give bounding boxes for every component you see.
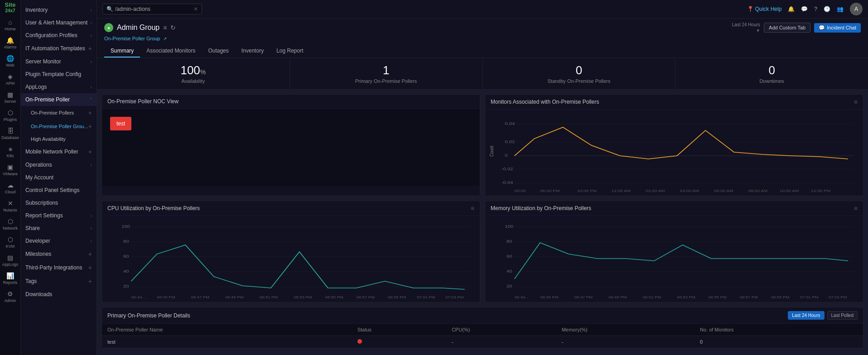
sidebar-item-on-premise-pollers[interactable]: On-Premise Pollers + xyxy=(21,106,96,120)
tab-outages[interactable]: Outages xyxy=(202,45,235,58)
nav-network[interactable]: ⬡ Network xyxy=(0,215,20,233)
sidebar-item-control-panel[interactable]: Control Panel Settings xyxy=(21,184,96,197)
chevron-down-icon: ˅ xyxy=(90,97,92,102)
refresh-icon[interactable]: ↻ xyxy=(170,24,176,31)
vmware-icon: ▣ xyxy=(7,163,13,171)
time-range-dropdown-icon[interactable]: ▼ xyxy=(756,28,760,33)
nav-admin[interactable]: ⚙ Admin xyxy=(0,288,20,306)
stats-row: 100% Availability 1 Primary On-Premise P… xyxy=(97,58,868,90)
svg-text:07:01 PM: 07:01 PM xyxy=(417,295,435,299)
incident-chat-button[interactable]: 💬 Incident Chat xyxy=(814,23,861,33)
network-icon: ⬡ xyxy=(8,218,13,225)
sidebar-item-high-availability[interactable]: High Availability xyxy=(21,133,96,145)
sidebar-item-applogs[interactable]: AppLogs › xyxy=(21,81,96,93)
cpu-chart-menu-icon[interactable]: ≡ xyxy=(471,205,474,212)
sidebar-item-tags[interactable]: Tags + xyxy=(21,274,96,288)
cpu-chart: 100 80 60 40 20 06:43... 06:45 PM 06:4 xyxy=(106,218,476,302)
sidebar-item-downloads[interactable]: Downloads xyxy=(21,288,96,301)
svg-text:06:53 PM: 06:53 PM xyxy=(677,295,695,299)
nav-applogs[interactable]: ▤ AppLogs xyxy=(0,251,20,269)
nav-plugins[interactable]: ⬡ Plugins xyxy=(0,106,20,125)
sidebar-item-it-automation[interactable]: IT Automation Templates + xyxy=(21,42,96,55)
cpu-chart-body: 100 80 60 40 20 06:43... 06:45 PM 06:4 xyxy=(102,216,480,302)
nav-kvm[interactable]: ⬡ KVM xyxy=(0,233,20,251)
tabs-row: Summary Associated Monitors Outages Inve… xyxy=(104,45,861,58)
help-icon[interactable]: ? xyxy=(814,6,817,12)
web-icon: 🌐 xyxy=(6,55,14,62)
stat-primary-pollers: 1 Primary On-Premise Pollers xyxy=(290,58,483,89)
nav-database[interactable]: 🗄 Database xyxy=(0,125,20,143)
svg-text:10:00 PM: 10:00 PM xyxy=(577,189,597,193)
alarms-icon: 🔔 xyxy=(6,37,14,44)
hamburger-icon[interactable]: ≡ xyxy=(163,24,167,31)
breadcrumb-link[interactable]: On-Premise Poller Group xyxy=(104,36,160,41)
sidebar-item-user-alert[interactable]: User & Alert Management › xyxy=(21,16,96,29)
charts-row-2: CPU Utilization by On-Premise Pollers ≡ … xyxy=(101,201,863,302)
app-logo[interactable]: Site 24x7 xyxy=(5,2,16,13)
plugins-icon: ⬡ xyxy=(8,109,13,116)
k8s-icon: ⎈ xyxy=(9,145,12,153)
nav-server[interactable]: ▦ Server xyxy=(0,88,20,106)
nav-home[interactable]: ⌂ Home xyxy=(0,16,20,34)
add-custom-tab-button[interactable]: Add Custom Tab xyxy=(764,23,810,33)
user-count-icon[interactable]: 👥 xyxy=(837,6,844,12)
applogs-icon: ▤ xyxy=(7,254,13,261)
search-icon: 🔍 xyxy=(106,6,113,12)
tab-log-report[interactable]: Log Report xyxy=(270,45,309,58)
svg-text:40: 40 xyxy=(123,269,129,273)
sidebar-item-server-monitor[interactable]: Server Monitor › xyxy=(21,55,96,68)
external-link-icon[interactable]: ↗ xyxy=(163,36,167,41)
quick-help-link[interactable]: 📍 Quick Help xyxy=(747,6,782,12)
nav-reports[interactable]: 📊 Reports xyxy=(0,269,20,288)
tab-inventory[interactable]: Inventory xyxy=(235,45,270,58)
nav-apm[interactable]: ◈ APM xyxy=(0,70,20,88)
sidebar-item-mobile-network-poller[interactable]: Mobile Network Poller + xyxy=(21,145,96,158)
tab-summary[interactable]: Summary xyxy=(104,45,140,58)
monitors-assoc-body: 0.04 0.02 0 -0.02 -0.04 Count xyxy=(485,110,863,196)
nav-nutanix[interactable]: ✕ Nutanix xyxy=(0,197,20,215)
nav-alarms[interactable]: 🔔 Alarms xyxy=(0,34,20,52)
sidebar: Inventory › User & Alert Management › Co… xyxy=(21,0,97,355)
sidebar-item-config-profiles[interactable]: Configuration Profiles › xyxy=(21,29,96,42)
sidebar-item-on-premise-poller[interactable]: On-Premise Poller ˅ xyxy=(21,93,96,106)
svg-text:06:00: 06:00 xyxy=(515,189,526,193)
icon-bar: Site 24x7 ⌂ Home 🔔 Alarms 🌐 Web ◈ APM ▦ … xyxy=(0,0,21,355)
svg-text:12:00 AM: 12:00 AM xyxy=(612,189,631,193)
col-monitors: No. of Monitors xyxy=(694,324,863,336)
sidebar-item-subscriptions[interactable]: Subscriptions xyxy=(21,197,96,209)
sidebar-item-inventory[interactable]: Inventory › xyxy=(21,4,96,16)
sidebar-item-my-account[interactable]: My Account xyxy=(21,171,96,184)
sidebar-item-on-premise-poller-group[interactable]: On-Premise Poller Grou... + xyxy=(21,120,96,133)
nav-cloud[interactable]: ☁ Cloud xyxy=(0,179,20,197)
sidebar-item-milestones[interactable]: Milestones + xyxy=(21,247,96,261)
cpu-chart-panel: CPU Utilization by On-Premise Pollers ≡ … xyxy=(101,201,480,302)
tab-assoc-monitors[interactable]: Associated Monitors xyxy=(140,45,202,58)
sidebar-item-developer[interactable]: Developer › xyxy=(21,235,96,247)
nav-vmware[interactable]: ▣ VMware xyxy=(0,161,20,179)
location-icon: 📍 xyxy=(747,6,754,12)
avatar[interactable]: A xyxy=(850,3,863,15)
sidebar-item-third-party[interactable]: Third-Party Integrations + xyxy=(21,261,96,274)
search-input[interactable] xyxy=(115,6,192,12)
notifications-icon[interactable]: 🔔 xyxy=(788,6,795,12)
nav-k8s[interactable]: ⎈ K8s xyxy=(0,143,20,161)
chat-icon[interactable]: 💬 xyxy=(801,6,808,12)
sidebar-item-report-settings[interactable]: Report Settings › xyxy=(21,209,96,222)
chart-menu-icon[interactable]: ≡ xyxy=(854,98,858,106)
btn-last-polled[interactable]: Last Polled xyxy=(827,311,858,320)
clock-icon[interactable]: 🕐 xyxy=(824,6,830,12)
btn-last24-hours[interactable]: Last 24 Hours xyxy=(788,311,824,320)
table-row: test - - 0 xyxy=(102,336,863,348)
nav-web[interactable]: 🌐 Web xyxy=(0,52,20,70)
poller-table: On-Premise Poller Name Status CPU(%) Mem… xyxy=(102,324,863,348)
noc-item-test[interactable]: test xyxy=(110,117,131,130)
memory-chart-menu-icon[interactable]: ≡ xyxy=(854,205,858,212)
clear-search-icon[interactable]: ✕ xyxy=(193,6,198,12)
svg-text:06:55 PM: 06:55 PM xyxy=(325,295,343,299)
sidebar-item-share[interactable]: Share › xyxy=(21,222,96,235)
sidebar-item-plugin-template[interactable]: Plugin Template Config xyxy=(21,68,96,81)
table-header-row: Primary On-Premise Poller Details Last 2… xyxy=(102,307,863,324)
reports-icon: 📊 xyxy=(6,272,14,279)
sidebar-item-operations[interactable]: Operations › xyxy=(21,158,96,171)
search-box[interactable]: 🔍 ✕ xyxy=(102,4,202,14)
